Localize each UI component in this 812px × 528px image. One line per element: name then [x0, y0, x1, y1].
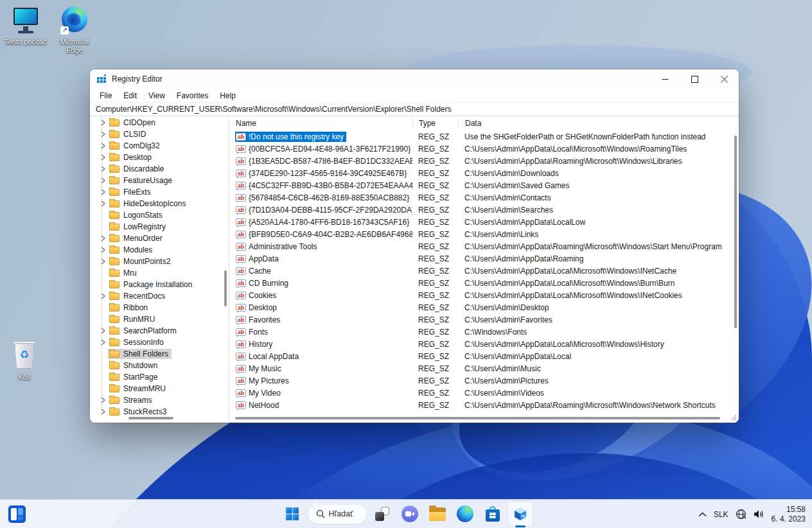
chevron-right-icon[interactable] — [98, 372, 108, 382]
registry-value-row[interactable]: {00BCFC5A-ED94-4E48-96A1-3F6217F21990} R… — [230, 143, 739, 155]
chevron-right-icon[interactable] — [98, 349, 108, 359]
tree-item[interactable]: Streams — [90, 394, 229, 406]
chat-button[interactable] — [398, 502, 422, 526]
chevron-right-icon[interactable] — [98, 303, 108, 313]
desktop-icon-recycle-bin[interactable]: ♻ Kôš — [3, 339, 46, 382]
chevron-right-icon[interactable] — [98, 268, 108, 278]
registry-value-row[interactable]: Favorites REG_SZ C:\Users\Admin\Favorite… — [230, 313, 739, 326]
registry-value-row[interactable]: {7D1D3A04-DEBB-4115-95CF-2F29DA2920DA} R… — [230, 204, 739, 216]
tree-item[interactable]: LogonStats — [90, 209, 229, 221]
registry-value-row[interactable]: Administrative Tools REG_SZ C:\Users\Adm… — [230, 240, 739, 252]
tree-item[interactable]: Modules — [90, 244, 229, 256]
registry-value-row[interactable]: {374DE290-123F-4565-9164-39C4925E467B} R… — [230, 167, 739, 179]
registry-value-row[interactable]: Desktop REG_SZ C:\Users\Admin\Desktop — [230, 301, 739, 313]
taskbar-clock[interactable]: 15:58 6. 4. 2023 — [772, 505, 806, 524]
window-titlebar[interactable]: Registry Editor — [90, 69, 739, 89]
edge-button[interactable] — [453, 502, 477, 526]
close-button[interactable] — [709, 69, 739, 89]
registry-value-row[interactable]: {56784854-C6CB-462B-8169-88E350ACB882} R… — [230, 191, 739, 204]
chevron-right-icon[interactable] — [98, 198, 108, 209]
tree-item[interactable]: Mru — [90, 267, 229, 279]
chevron-right-icon[interactable] — [98, 210, 108, 220]
address-bar[interactable]: Computer\HKEY_CURRENT_USER\Software\Micr… — [90, 103, 739, 116]
registry-value-row[interactable]: {A520A1A4-1780-4FF6-BD18-167343C5AF16} R… — [230, 216, 739, 228]
tree-item[interactable]: StuckRects3 — [90, 406, 229, 418]
chevron-right-icon[interactable] — [98, 291, 108, 301]
tree-horizontal-scrollbar[interactable] — [128, 417, 173, 419]
registry-value-row[interactable]: History REG_SZ C:\Users\Admin\AppData\Lo… — [230, 338, 739, 350]
tree-item[interactable]: CLSID — [90, 128, 229, 140]
taskbar-search-box[interactable]: Hľadať — [308, 504, 367, 524]
chevron-right-icon[interactable] — [98, 152, 108, 163]
list-vertical-scrollbar[interactable] — [734, 136, 737, 328]
start-button[interactable] — [280, 502, 304, 526]
tree-item[interactable]: Ribbon — [90, 302, 229, 313]
chevron-right-icon[interactable] — [98, 256, 108, 267]
tree-item[interactable]: MountPoints2 — [90, 256, 229, 267]
chevron-right-icon[interactable] — [98, 337, 108, 348]
list-horizontal-scrollbar[interactable] — [235, 417, 720, 419]
tree-item[interactable]: SearchPlatform — [90, 325, 229, 337]
tree-item[interactable]: HideDesktopIcons — [90, 198, 229, 209]
desktop-icon-edge[interactable]: ↗ Microsoft Edge — [51, 5, 98, 55]
chevron-right-icon[interactable] — [98, 129, 108, 139]
chevron-right-icon[interactable] — [98, 326, 108, 336]
chevron-right-icon[interactable] — [98, 360, 108, 371]
menu-item[interactable]: View — [143, 90, 171, 101]
chevron-right-icon[interactable] — [98, 233, 108, 243]
widgets-button[interactable] — [8, 506, 26, 523]
tree-item[interactable]: SessionInfo — [90, 337, 229, 348]
maximize-button[interactable] — [680, 69, 709, 89]
tree-item[interactable]: MenuOrder — [90, 233, 229, 244]
registry-value-row[interactable]: {4C5C32FF-BB9D-43B0-B5B4-2D72E54EAAA4} R… — [230, 179, 739, 191]
tree-item[interactable]: ComDlg32 — [90, 140, 229, 152]
registry-value-row[interactable]: {1B3EA5DC-B587-4786-B4EF-BD1DC332AEAE} R… — [230, 155, 739, 167]
tree-item[interactable]: CIDOpen — [90, 117, 229, 128]
chevron-right-icon[interactable] — [98, 383, 108, 394]
tree-item[interactable]: LowRegistry — [90, 221, 229, 233]
tree-item[interactable]: RunMRU — [90, 313, 229, 325]
tree-vertical-scrollbar[interactable] — [224, 270, 227, 306]
chevron-right-icon[interactable] — [98, 175, 108, 186]
registry-value-row[interactable]: Cookies REG_SZ C:\Users\Admin\AppData\Lo… — [230, 289, 739, 301]
desktop-icon-this-pc[interactable]: Tento počítač — [1, 6, 50, 46]
registry-value-row[interactable]: {BFB9D5E0-C6A9-404C-B2B2-AE6DB6AF4968} R… — [230, 228, 739, 240]
chevron-right-icon[interactable] — [98, 164, 108, 174]
tray-chevron-up-icon[interactable] — [698, 512, 707, 517]
column-header-data[interactable]: Data — [458, 118, 739, 128]
task-view-button[interactable] — [370, 502, 394, 526]
column-header-type[interactable]: Type — [412, 118, 458, 128]
chevron-right-icon[interactable] — [98, 222, 108, 232]
file-explorer-button[interactable] — [425, 502, 450, 526]
tree-item[interactable]: Desktop — [90, 152, 229, 163]
tree-item[interactable]: StartPage — [90, 371, 229, 383]
tree-item[interactable]: FeatureUsage — [90, 175, 229, 186]
tree-item[interactable]: Discardable — [90, 163, 229, 175]
chevron-right-icon[interactable] — [98, 187, 108, 197]
column-header-name[interactable]: Name — [230, 118, 412, 128]
tree-item[interactable]: RecentDocs — [90, 290, 229, 302]
menu-item[interactable]: File — [94, 90, 118, 101]
regedit-taskbar-button[interactable] — [508, 502, 533, 526]
menu-item[interactable]: Edit — [118, 90, 143, 101]
tree-item[interactable]: StreamMRU — [90, 383, 229, 394]
registry-value-row[interactable]: CD Burning REG_SZ C:\Users\Admin\AppData… — [230, 277, 739, 289]
language-indicator[interactable]: SLK — [714, 510, 728, 519]
network-globe-icon[interactable] — [736, 509, 746, 520]
registry-value-row[interactable]: My Video REG_SZ C:\Users\Admin\Videos — [230, 387, 739, 399]
registry-value-row[interactable]: AppData REG_SZ C:\Users\Admin\AppData\Ro… — [230, 252, 739, 265]
tree-item[interactable]: Shutdown — [90, 360, 229, 371]
registry-value-row[interactable]: Fonts REG_SZ C:\Windows\Fonts — [230, 326, 739, 338]
chevron-right-icon[interactable] — [98, 314, 108, 324]
registry-value-row[interactable]: !Do not use this registry key REG_SZ Use… — [230, 130, 739, 143]
chevron-right-icon[interactable] — [98, 407, 108, 417]
tree-item[interactable]: Package Installation — [90, 279, 229, 290]
tree-item[interactable]: Shell Folders — [90, 348, 229, 360]
chevron-right-icon[interactable] — [98, 245, 108, 255]
registry-value-row[interactable]: My Pictures REG_SZ C:\Users\Admin\Pictur… — [230, 374, 739, 387]
store-button[interactable] — [481, 502, 505, 526]
chevron-right-icon[interactable] — [98, 279, 108, 290]
volume-icon[interactable] — [754, 509, 764, 519]
window-resize-grip[interactable] — [731, 415, 736, 420]
menu-item[interactable]: Favorites — [171, 90, 214, 101]
